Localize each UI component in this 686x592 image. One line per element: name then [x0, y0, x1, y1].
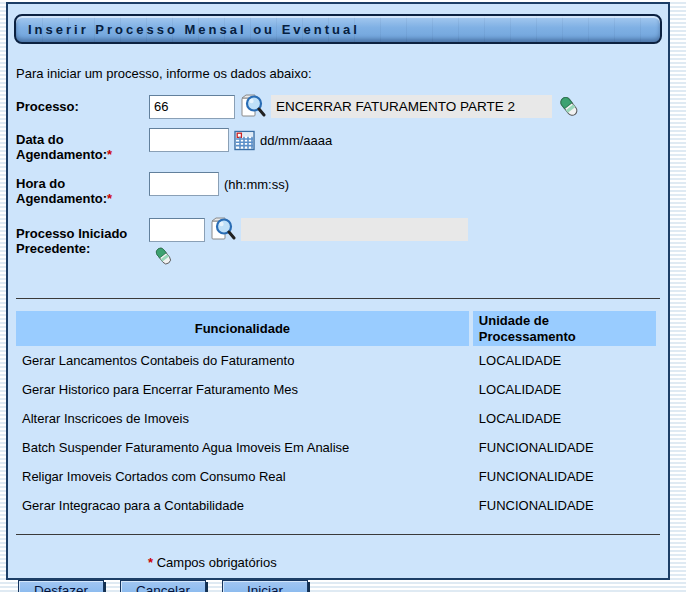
search-icon[interactable] — [210, 216, 236, 243]
processo-precedente-label: Processo Iniciado Precedente: — [16, 216, 149, 256]
cell-unidade: LOCALIDADE — [473, 375, 656, 404]
processo-label: Processo: — [16, 99, 149, 114]
table-row: Gerar Historico para Encerrar Faturament… — [16, 375, 656, 404]
hora-agendamento-row: Hora do Agendamento:* (hh:mm:ss) — [12, 172, 664, 206]
cell-funcionalidade: Gerar Lancamentos Contabeis do Faturamen… — [16, 346, 469, 375]
form-content: Para iniciar um processo, informe os dad… — [8, 66, 668, 592]
cell-funcionalidade: Batch Suspender Faturamento Agua Imoveis… — [16, 433, 469, 462]
header-unidade: Unidade de Processamento — [473, 311, 656, 346]
table-header-row: Funcionalidade Unidade de Processamento — [16, 311, 656, 346]
cell-unidade: LOCALIDADE — [473, 404, 656, 433]
top-divider — [16, 298, 660, 299]
processo-precedente-input[interactable] — [149, 218, 205, 242]
header-funcionalidade: Funcionalidade — [16, 311, 469, 346]
required-fields-note: * Campos obrigatórios — [148, 555, 664, 570]
cell-funcionalidade: Gerar Integracao para a Contabilidade — [16, 491, 469, 520]
cell-unidade: FUNCIONALIDADE — [473, 462, 656, 491]
data-agendamento-row: Data do Agendamento:* dd/mm/aaaa — [12, 128, 664, 162]
intro-text: Para iniciar um processo, informe os dad… — [16, 66, 664, 81]
processo-input[interactable] — [149, 95, 235, 119]
table-row: Gerar Lancamentos Contabeis do Faturamen… — [16, 346, 656, 375]
required-asterisk: * — [107, 191, 112, 206]
cell-funcionalidade: Religar Imoveis Cortados com Consumo Rea… — [16, 462, 469, 491]
cell-funcionalidade: Alterar Inscricoes de Imoveis — [16, 404, 469, 433]
table-row: Alterar Inscricoes de Imoveis LOCALIDADE — [16, 404, 656, 433]
processo-precedente-row: Processo Iniciado Precedente: — [12, 216, 664, 272]
title-bar: Inserir Processo Mensal ou Eventual — [14, 14, 662, 44]
data-agendamento-label: Data do Agendamento:* — [16, 128, 149, 162]
required-asterisk: * — [107, 147, 112, 162]
desfazer-button[interactable]: Desfazer — [18, 580, 104, 592]
functionality-table: Funcionalidade Unidade de Processamento … — [12, 311, 660, 520]
cell-funcionalidade: Gerar Historico para Encerrar Faturament… — [16, 375, 469, 404]
page-title: Inserir Processo Mensal ou Eventual — [28, 22, 360, 37]
insert-process-panel: Inserir Processo Mensal ou Eventual Para… — [6, 2, 670, 580]
processo-row: Processo: ENCERRAR FATURAMENTO PARTE 2 — [12, 93, 664, 120]
processo-name-readonly: ENCERRAR FATURAMENTO PARTE 2 — [271, 95, 552, 118]
hora-agendamento-label: Hora do Agendamento:* — [16, 172, 149, 206]
table-row: Religar Imoveis Cortados com Consumo Rea… — [16, 462, 656, 491]
eraser-icon[interactable] — [557, 94, 581, 120]
search-icon[interactable] — [240, 93, 266, 120]
calendar-icon[interactable] — [234, 130, 255, 151]
iniciar-button[interactable]: Iniciar — [222, 580, 308, 592]
date-format-hint: dd/mm/aaaa — [260, 133, 332, 148]
cell-unidade: LOCALIDADE — [473, 346, 656, 375]
cell-unidade: FUNCIONALIDADE — [473, 491, 656, 520]
table-row: Batch Suspender Faturamento Agua Imoveis… — [16, 433, 656, 462]
table-row: Gerar Integracao para a Contabilidade FU… — [16, 491, 656, 520]
processo-precedente-readonly — [241, 218, 468, 241]
hora-agendamento-input[interactable] — [149, 172, 219, 196]
required-asterisk: * — [148, 555, 153, 570]
cell-unidade: FUNCIONALIDADE — [473, 433, 656, 462]
time-format-hint: (hh:mm:ss) — [224, 177, 289, 192]
data-agendamento-input[interactable] — [149, 128, 229, 152]
eraser-icon[interactable] — [153, 245, 174, 268]
button-row: Desfazer Cancelar Iniciar — [18, 580, 656, 592]
cancelar-button[interactable]: Cancelar — [120, 580, 206, 592]
bottom-divider — [16, 534, 660, 535]
